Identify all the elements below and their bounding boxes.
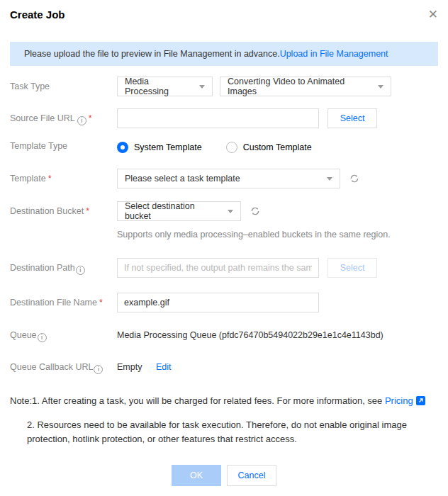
destination-path-label: Destination Pathi xyxy=(10,258,117,275)
queue-callback-edit-link[interactable]: Edit xyxy=(156,362,172,372)
dialog-footer: OK Cancel xyxy=(10,465,438,486)
task-type-subtype-select[interactable]: Converting Video to Animated Images xyxy=(220,77,391,96)
chevron-down-icon xyxy=(378,85,383,89)
radio-custom-template-label: Custom Template xyxy=(243,142,312,152)
row-queue-callback-url: Queue Callback URLi Empty Edit xyxy=(10,361,438,374)
destination-path-select-button[interactable]: Select xyxy=(327,258,377,278)
banner-text: Please upload the file to preview in Fil… xyxy=(24,49,280,59)
cancel-button[interactable]: Cancel xyxy=(227,465,276,486)
source-file-url-input[interactable] xyxy=(117,108,319,128)
task-type-subtype-value: Converting Video to Animated Images xyxy=(228,77,369,96)
create-job-dialog: Create Job ✕ Please upload the file to p… xyxy=(0,0,448,496)
note-line-1: Note:1. After creating a task, you will … xyxy=(10,394,438,410)
note-section: Note:1. After creating a task, you will … xyxy=(10,394,438,446)
row-source-file-url: Source File URLi* Select xyxy=(10,108,438,128)
info-icon[interactable]: i xyxy=(76,266,85,275)
info-icon[interactable]: i xyxy=(77,116,86,125)
info-icon[interactable]: i xyxy=(38,333,47,342)
chevron-down-icon xyxy=(327,177,332,181)
refresh-icon[interactable] xyxy=(250,205,261,219)
row-destination-bucket: Destination Bucket* Select destination b… xyxy=(10,201,438,239)
row-queue: Queuei Media Processing Queue (pfdc76470… xyxy=(10,329,438,342)
destination-bucket-label: Destination Bucket* xyxy=(10,201,117,216)
pricing-link[interactable]: Pricing xyxy=(385,395,413,406)
external-link-icon xyxy=(416,395,425,410)
destination-bucket-helper: Supports only media processing–enabled b… xyxy=(117,230,391,239)
destination-bucket-select[interactable]: Select destination bucket xyxy=(117,201,241,221)
queue-callback-url-label: Queue Callback URLi xyxy=(10,361,117,374)
info-icon[interactable]: i xyxy=(94,365,103,374)
task-type-category-select[interactable]: Media Processing xyxy=(117,77,213,96)
radio-selected-icon xyxy=(117,142,128,153)
destination-path-input[interactable] xyxy=(117,258,319,278)
template-select-value: Please select a task template xyxy=(125,174,240,184)
create-job-form: Task Type Media Processing Converting Vi… xyxy=(10,77,438,374)
row-template-type: Template Type System Template Custom Tem… xyxy=(10,140,438,153)
source-file-url-label: Source File URLi* xyxy=(10,108,117,125)
queue-callback-url-value: Empty xyxy=(117,362,142,372)
info-banner: Please upload the file to preview in Fil… xyxy=(10,42,438,66)
upload-in-file-management-link[interactable]: Upload in File Management xyxy=(280,49,388,59)
refresh-icon[interactable] xyxy=(349,173,360,186)
destination-file-name-label: Destination File Name* xyxy=(10,293,117,308)
task-type-label: Task Type xyxy=(10,77,117,91)
queue-value: Media Processing Queue (pfdc76470b549402… xyxy=(117,329,383,340)
dialog-header: Create Job ✕ xyxy=(10,0,438,21)
template-type-label: Template Type xyxy=(10,140,117,151)
chevron-down-icon xyxy=(199,85,205,89)
radio-custom-template[interactable]: Custom Template xyxy=(226,142,312,153)
row-task-type: Task Type Media Processing Converting Vi… xyxy=(10,77,438,96)
source-file-select-button[interactable]: Select xyxy=(327,108,377,128)
note-line-2: 2. Resources need to be available for ta… xyxy=(27,418,424,446)
chevron-down-icon xyxy=(228,210,233,213)
ok-button[interactable]: OK xyxy=(172,465,221,486)
radio-unselected-icon xyxy=(226,142,237,153)
template-label: Template* xyxy=(10,169,117,184)
page-title: Create Job xyxy=(10,9,65,21)
destination-bucket-select-value: Select destination bucket xyxy=(125,201,219,221)
row-template: Template* Please select a task template xyxy=(10,169,438,188)
radio-system-template-label: System Template xyxy=(134,142,202,152)
destination-file-name-input[interactable] xyxy=(117,293,319,312)
queue-label: Queuei xyxy=(10,329,117,342)
task-type-category-value: Media Processing xyxy=(125,77,191,96)
radio-system-template[interactable]: System Template xyxy=(117,142,202,153)
row-destination-file-name: Destination File Name* xyxy=(10,293,438,312)
close-icon[interactable]: ✕ xyxy=(428,9,438,21)
row-destination-path: Destination Pathi Select xyxy=(10,258,438,278)
template-select[interactable]: Please select a task template xyxy=(117,169,340,188)
